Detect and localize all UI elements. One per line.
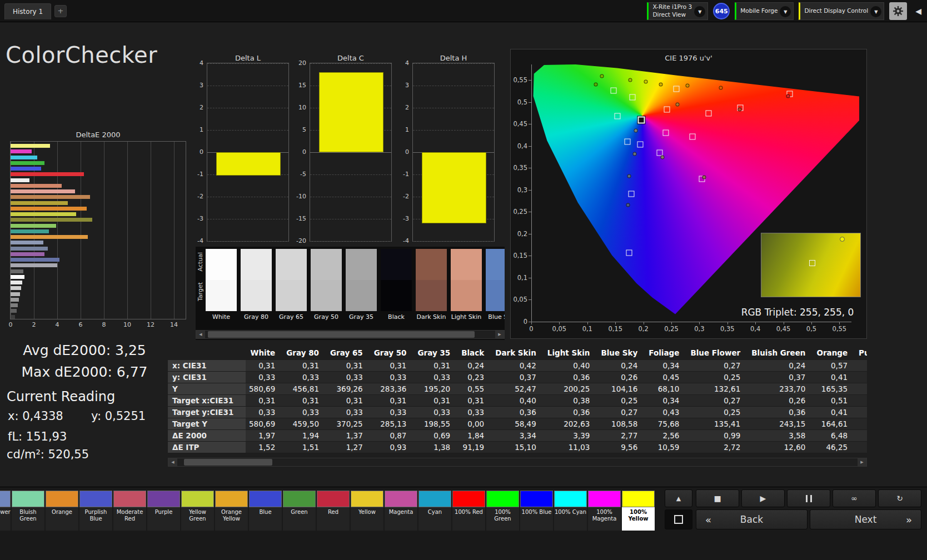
table-cell: 2,72 [687,441,748,453]
pattern-patch-button[interactable]: Red [317,491,350,531]
scrollbar-track[interactable] [205,331,495,338]
target-color [206,280,237,311]
table-row[interactable]: Target y:CIE310,330,330,330,330,330,330,… [168,406,867,418]
meter-dropdown-button[interactable]: ▼ [694,6,705,17]
next-label: Next [855,514,877,525]
meter-dropdown-button[interactable]: ▼ [780,6,791,17]
axis-tick-label: 2 [392,104,409,111]
tick-mark [559,322,560,324]
patch-label: Orange Yellow [215,507,248,529]
pattern-patch-button[interactable]: 100% Magenta [588,491,621,531]
table-row[interactable]: ΔE ITP1,521,511,270,931,3891,1915,1011,0… [168,441,867,453]
collapse-panel-button[interactable]: ◀ [912,7,925,16]
continuous-button[interactable]: ∞ [833,489,876,507]
stop-button[interactable]: ■ [696,489,739,507]
pattern-patch-button[interactable]: Yellow Green [181,491,214,531]
table-row[interactable]: Y580,69456,81369,26283,36195,200,5552,47… [168,383,867,394]
meter-dropdown-button[interactable]: ▼ [870,6,881,17]
current-reading-heading: Current Reading [7,389,115,404]
next-chevron-icon: » [906,514,912,526]
add-tab-button[interactable]: + [54,5,67,17]
scroll-right-button[interactable]: ▶ [858,458,866,466]
pattern-patch-bar: Blue FlowerBluish GreenOrangePurplish Bl… [0,491,661,531]
transport-controls: ■▶∞↻ [696,489,921,507]
swatch-scrollbar[interactable]: ◀ ▶ [196,330,505,339]
pattern-patch-button[interactable]: 100% Green [486,491,519,531]
color-swatch[interactable]: Black [381,249,412,321]
scroll-right-button[interactable]: ▶ [495,331,504,338]
pattern-patch-button[interactable]: Orange Yellow [215,491,248,531]
color-swatch[interactable]: Blue Sky [486,249,505,321]
pattern-patch-button[interactable]: Magenta [385,491,417,531]
axis-tick-label: 0,05 [552,325,567,333]
pattern-patch-button[interactable]: Cyan [418,491,451,531]
pattern-patch-button[interactable]: Blue Flower [0,491,11,531]
play-button[interactable]: ▶ [741,489,785,507]
history-tab[interactable]: History 1 [4,3,51,19]
pause-button[interactable] [787,489,830,507]
pattern-patch-button[interactable]: 100% Yellow [622,491,655,531]
pattern-patch-button[interactable]: Moderate Red [113,491,146,531]
up-arrow-icon: ▲ [676,495,681,502]
blank-pattern-button[interactable] [665,509,692,529]
table-row[interactable]: Target Y580,69459,50370,25285,13198,550,… [168,418,867,429]
pattern-patch-button[interactable]: Purplish Blue [79,491,112,531]
next-button[interactable]: Next » [810,509,921,529]
meter-box[interactable]: Mobile Forge▼ [735,2,794,20]
axis-tick-label: 0,3 [511,186,527,194]
pattern-patch-button[interactable]: Yellow [351,491,383,531]
table-row[interactable]: y: CIE310,330,330,330,330,330,230,370,36… [168,371,867,383]
pattern-patch-button[interactable]: Purple [147,491,180,531]
patch-label: 100% Blue [520,507,553,529]
column-header: Gray 50 [371,347,415,359]
pattern-patch-button[interactable]: Bluish Green [12,491,44,531]
color-swatch[interactable]: Dark Skin [416,249,447,321]
color-swatch[interactable]: White [206,249,237,321]
patch-strip-up-button[interactable]: ▲ [665,489,692,507]
table-cell: 68,25 [855,418,867,429]
color-swatch[interactable]: Gray 80 [241,249,272,321]
color-swatch[interactable]: Gray 65 [276,249,307,321]
meter-box[interactable]: Direct Display Control▼ [799,2,884,20]
pattern-patch-button[interactable]: Green [283,491,316,531]
table-cell: 0,23 [458,371,492,383]
table-cell: 0,31 [414,359,458,371]
measurement-table: WhiteGray 80Gray 65Gray 50Gray 35BlackDa… [168,347,867,453]
meter-box[interactable]: X-Rite i1Pro 3Direct View▼ [647,2,708,20]
axis-tick-label: 14 [170,321,178,328]
pattern-patch-button[interactable]: Blue [249,491,282,531]
scroll-left-button[interactable]: ◀ [196,331,205,338]
loop-button[interactable]: ↻ [878,489,921,507]
pattern-patch-button[interactable]: Orange [46,491,78,531]
pattern-patch-button[interactable]: 100% Red [452,491,485,531]
table-row[interactable]: ΔE 20001,971,941,370,870,691,843,343,392… [168,429,867,441]
pattern-patch-button[interactable]: 100% Cyan [554,491,587,531]
table-row[interactable]: x: CIE310,310,310,310,310,310,240,420,40… [168,359,867,371]
color-swatch[interactable]: Gray 50 [311,249,342,321]
settings-button[interactable] [889,2,907,20]
color-swatch[interactable]: Gray 35 [346,249,377,321]
color-swatch[interactable]: Light Skin [451,249,482,321]
axis-tick-label: -2 [187,193,203,200]
column-header: Orange [813,347,855,359]
table-scrollbar[interactable]: ◀ ▶ [168,458,867,467]
meter-badge[interactable]: 645 [713,3,730,19]
back-button[interactable]: « Back [696,509,808,529]
table-cell: 0,33 [414,406,458,418]
gridline [413,108,494,108]
table-row[interactable]: Target x:CIE310,310,310,310,310,310,310,… [168,394,867,406]
table-cell: 2,54 [855,429,867,441]
axis-tick-label: 0,5 [806,325,816,333]
axis-tick-label: -1 [392,171,409,178]
scrollbar-thumb[interactable] [208,331,475,338]
swatch-label: Dark Skin [416,313,447,321]
delta-e-bar [11,178,29,182]
table-cell: 0,27 [597,406,645,418]
scroll-left-button[interactable]: ◀ [168,458,177,466]
pattern-patch-button[interactable]: 100% Blue [520,491,553,531]
axis-tick-label: 0,2 [511,230,527,238]
scrollbar-thumb[interactable] [184,459,272,466]
gridline [174,142,175,319]
patch-label: Yellow [351,507,383,529]
scrollbar-track[interactable] [177,458,858,466]
